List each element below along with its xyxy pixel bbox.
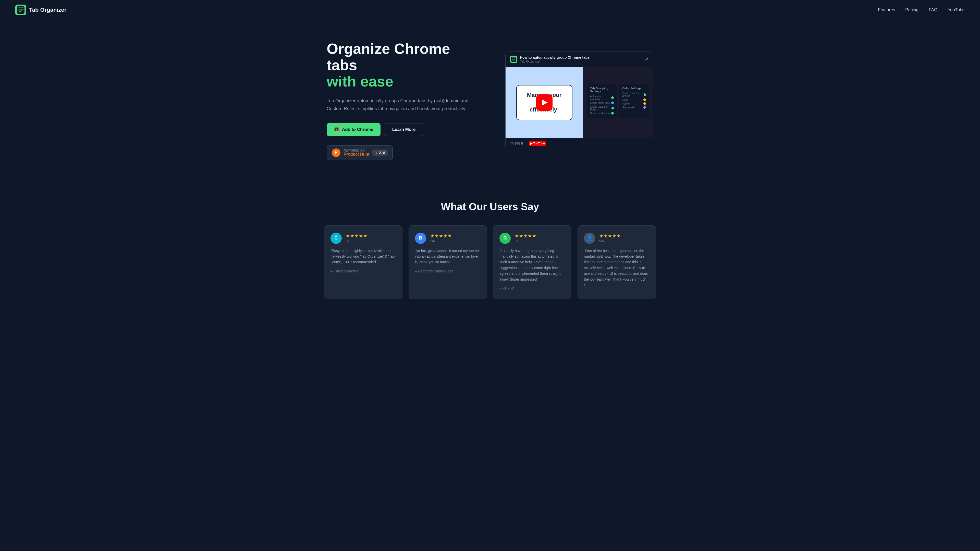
video-header-left: How to automatically group Chrome tabs T… bbox=[510, 56, 590, 63]
svg-rect-6 bbox=[512, 57, 516, 58]
review-card-3: R ★★★★★ 5/5 "I usually have to group eve… bbox=[493, 225, 571, 300]
review-card-1: C ★★★★★ 5/5 "Easy to use, highly customi… bbox=[324, 225, 402, 300]
svg-rect-2 bbox=[18, 7, 24, 8]
review-score-3: 5/5 bbox=[515, 239, 565, 243]
reviewer-avatar-2: B bbox=[415, 233, 426, 244]
hero-right: How to automatically group Chrome tabs T… bbox=[505, 52, 653, 149]
reviewer-name-2: – Bernardo Küpfer Besa bbox=[415, 269, 480, 273]
yt-icon: ▶ YouTube bbox=[529, 141, 546, 146]
youtube-play-button[interactable] bbox=[536, 94, 552, 111]
review-card-2: B ★★★★★ 5/5 "yo bro, great addon, it tur… bbox=[409, 225, 487, 300]
video-header: How to automatically group Chrome tabs T… bbox=[506, 52, 653, 67]
youtube-logo: ▶ YouTube bbox=[529, 141, 546, 146]
review-top-3: R ★★★★★ 5/5 bbox=[500, 233, 565, 244]
reviewer-avatar-1: C bbox=[331, 233, 342, 244]
share-icon[interactable]: ↗ bbox=[645, 56, 649, 62]
review-stars-3: ★★★★★ bbox=[515, 233, 565, 239]
settings-row: Tab Grouping Settings Automatic grouping… bbox=[587, 84, 649, 118]
ph-icon: P bbox=[332, 148, 340, 157]
tab-grouping-settings: Tab Grouping Settings Automatic grouping… bbox=[587, 84, 617, 118]
hero-title-green: with ease bbox=[327, 73, 469, 89]
nav-logo[interactable]: Tab Organizer bbox=[15, 5, 66, 15]
hero-description: Tab Organizer automatically groups Chrom… bbox=[327, 97, 469, 113]
review-stars-2: ★★★★★ bbox=[430, 233, 480, 239]
review-text-2: "yo bro, great addon, it turned my tab h… bbox=[415, 248, 480, 265]
reviewer-name-3: – Rick W... bbox=[500, 286, 565, 290]
review-score-4: 5/5 bbox=[599, 239, 649, 243]
ph-count: 218 bbox=[372, 149, 388, 156]
video-container: How to automatically group Chrome tabs T… bbox=[505, 52, 653, 149]
review-stars-4: ★★★★★ bbox=[599, 233, 649, 239]
chrome-icon bbox=[334, 127, 339, 132]
hero-left: Organize Chrome tabs with ease Tab Organ… bbox=[327, 41, 469, 160]
learn-more-button[interactable]: Learn More bbox=[385, 123, 423, 136]
review-top-4: 👤 ★★★★★ 5/5 bbox=[584, 233, 649, 244]
review-text-3: "I usually have to group everything manu… bbox=[500, 248, 565, 282]
navbar: Tab Organizer Features Pricing FAQ YouTu… bbox=[0, 0, 980, 20]
hero-title: Organize Chrome tabs with ease bbox=[327, 41, 469, 89]
video-right-panel: Tab Grouping Settings Automatic grouping… bbox=[583, 67, 653, 138]
hero-section: Organize Chrome tabs with ease Tab Organ… bbox=[311, 20, 669, 181]
video-header-title: How to automatically group Chrome tabs bbox=[520, 56, 590, 59]
reviewer-name-1: – Christ Snatcher bbox=[331, 269, 396, 273]
add-to-chrome-button[interactable]: Add to Chrome bbox=[327, 123, 380, 136]
review-text-4: "One of the best tab organisers on the m… bbox=[584, 248, 649, 288]
section-title: What Our Users Say bbox=[15, 201, 965, 213]
logo-icon bbox=[15, 5, 26, 15]
video-footer: 立即觀看： ▶ YouTube bbox=[506, 138, 653, 149]
nav-links: Features Pricing FAQ YouTube bbox=[878, 7, 965, 13]
review-score-2: 5/5 bbox=[430, 239, 480, 243]
hero-buttons: Add to Chrome Learn More bbox=[327, 123, 469, 136]
ph-text: FEATURED ON Product Hunt bbox=[344, 149, 369, 157]
nav-faq[interactable]: FAQ bbox=[929, 7, 937, 12]
review-stars-1: ★★★★★ bbox=[346, 233, 396, 239]
video-logo-icon bbox=[510, 56, 517, 63]
review-score-1: 5/5 bbox=[346, 239, 396, 243]
reviewer-avatar-4: 👤 bbox=[584, 233, 595, 244]
nav-youtube[interactable]: YouTube bbox=[948, 7, 965, 12]
nav-pricing[interactable]: Pricing bbox=[905, 7, 918, 12]
reviewer-avatar-3: R bbox=[500, 233, 511, 244]
svg-rect-3 bbox=[18, 9, 24, 10]
review-top-2: B ★★★★★ 5/5 bbox=[415, 233, 480, 244]
users-section: What Our Users Say C ★★★★★ 5/5 "Easy to … bbox=[0, 181, 980, 320]
video-body: Manage your tabs effectively! Tab Groupi… bbox=[506, 67, 653, 138]
review-top-1: C ★★★★★ 5/5 bbox=[331, 233, 396, 244]
color-settings: Color Settings Same color for groups Col… bbox=[619, 84, 649, 118]
video-left-panel: Manage your tabs effectively! bbox=[506, 67, 583, 138]
nav-features[interactable]: Features bbox=[878, 7, 895, 12]
nav-logo-text: Tab Organizer bbox=[29, 6, 66, 13]
review-card-4: 👤 ★★★★★ 5/5 "One of the best tab organis… bbox=[578, 225, 656, 300]
product-hunt-badge[interactable]: P FEATURED ON Product Hunt 218 bbox=[327, 145, 393, 160]
reviews-grid: C ★★★★★ 5/5 "Easy to use, highly customi… bbox=[324, 225, 656, 300]
review-text-1: "Easy to use, highly customizable and fl… bbox=[331, 248, 396, 265]
video-header-subtitle: Tab Organizer bbox=[520, 59, 590, 63]
